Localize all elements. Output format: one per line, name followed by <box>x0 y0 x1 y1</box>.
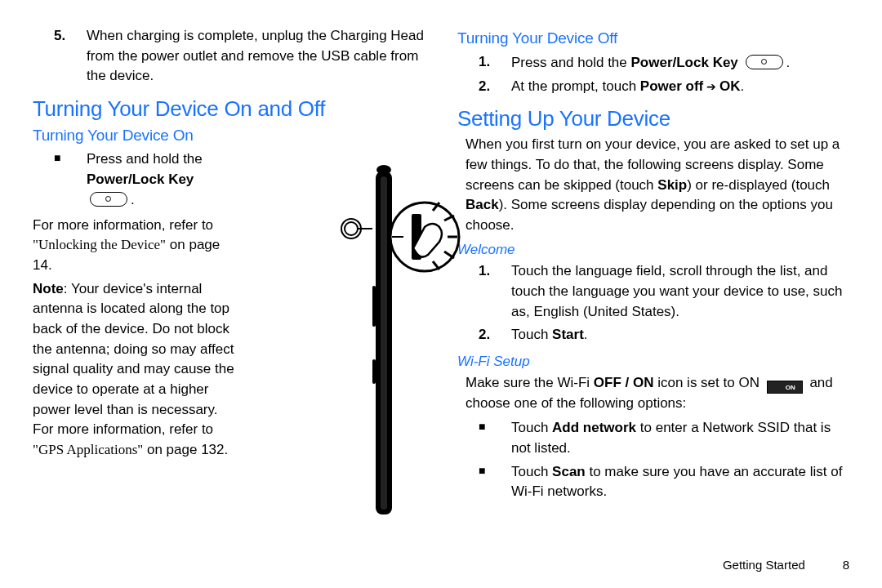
bullet-icon: ■ <box>479 462 511 502</box>
off-step-1: 1. Press and hold the Power/Lock Key . <box>457 51 849 75</box>
power-key-icon <box>746 55 783 69</box>
antenna-note: Note: Your device's internal antenna is … <box>33 279 237 461</box>
gps-ref: "GPS Applications" <box>33 442 143 457</box>
refer-unlock: For more information, refer to "Unlockin… <box>33 216 237 276</box>
svg-rect-2 <box>372 286 376 327</box>
wifi-bullet-add: ■ Touch Add network to enter a Network S… <box>457 416 849 460</box>
power-lock-key-label: Power/Lock Key <box>87 172 194 187</box>
manual-page: 5. When charging is complete, unplug the… <box>0 0 882 555</box>
heading-device-off: Turning Your Device Off <box>457 29 849 47</box>
svg-point-7 <box>345 222 358 235</box>
heading-welcome: Welcome <box>457 242 849 258</box>
page-footer: Getting Started 8 <box>723 558 849 572</box>
bullet-press-hold: ■ Press and hold the Power/Lock Key . <box>33 148 237 212</box>
welcome-step-2: 2. Touch Start. <box>457 323 849 347</box>
on-instructions: ■ Press and hold the Power/Lock Key . Fo… <box>33 148 237 461</box>
svg-rect-1 <box>381 176 387 510</box>
heading-device-on: Turning Your Device On <box>33 127 425 145</box>
bullet-icon: ■ <box>54 149 87 211</box>
setup-intro: When you first turn on your device, you … <box>457 135 849 235</box>
heading-on-off: Turning Your Device On and Off <box>33 96 425 122</box>
wifi-intro: Make sure the Wi-Fi OFF / ON icon is set… <box>457 373 849 413</box>
heading-wifi: Wi-Fi Setup <box>457 354 849 370</box>
wifi-on-icon: ON <box>767 381 803 394</box>
page-number: 8 <box>825 558 849 572</box>
svg-point-4 <box>376 165 391 175</box>
svg-rect-3 <box>372 359 376 384</box>
wifi-bullet-scan: ■ Touch Scan to make sure you have an ac… <box>457 461 849 504</box>
right-column: Turning Your Device Off 1. Press and hol… <box>441 24 858 547</box>
off-step-2: 2. At the prompt, touch Power off ➔ OK. <box>457 75 849 99</box>
section-name: Getting Started <box>723 558 805 572</box>
welcome-step-1: 1. Touch the language field, scroll thro… <box>457 260 849 323</box>
unlock-ref: "Unlocking the Device" <box>33 237 166 252</box>
note-label: Note <box>33 281 64 296</box>
step-5: 5. When charging is complete, unplug the… <box>33 24 425 88</box>
arrow-icon: ➔ <box>703 80 719 93</box>
device-illustration <box>335 163 466 539</box>
power-key-icon <box>90 192 127 207</box>
step-number: 5. <box>54 26 87 87</box>
step-text: When charging is complete, unplug the Ch… <box>87 26 425 87</box>
heading-setup: Setting Up Your Device <box>457 106 849 131</box>
left-column: 5. When charging is complete, unplug the… <box>24 24 441 547</box>
press-hold-text: Press and hold the <box>87 151 203 167</box>
bullet-icon: ■ <box>479 418 511 458</box>
